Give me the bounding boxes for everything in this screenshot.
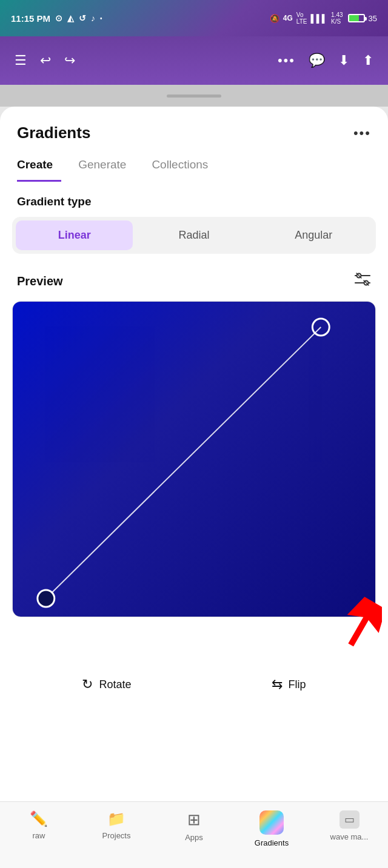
rotate-icon: ↻ bbox=[82, 677, 93, 692]
redo-icon[interactable]: ↪ bbox=[64, 53, 75, 68]
draw-icon: ✏️ bbox=[30, 810, 48, 827]
nav-label-apps: Apps bbox=[185, 833, 203, 842]
nav-item-apps[interactable]: ⊞ Apps bbox=[155, 810, 233, 842]
projects-icon: 📁 bbox=[107, 810, 125, 827]
status-bar: 11:15 PM ⊙ ◭ ↺ ♪ • 🔕 4G VoLTE ▌▌▌ 1.43K/… bbox=[0, 0, 388, 36]
flip-label: Flip bbox=[289, 678, 306, 691]
location-icon: ◭ bbox=[67, 13, 74, 23]
svg-point-7 bbox=[38, 590, 55, 607]
nav-label-projects: Projects bbox=[102, 831, 131, 840]
chat-icon[interactable]: 💬 bbox=[309, 53, 325, 68]
rotate-label: Rotate bbox=[99, 678, 131, 691]
content-wrapper bbox=[0, 301, 388, 617]
main-panel: Gradients ••• Create Generate Collection… bbox=[0, 107, 388, 868]
drag-handle-bar bbox=[167, 94, 221, 98]
sync-icon: ↺ bbox=[79, 13, 86, 23]
rotate-button[interactable]: ↻ Rotate bbox=[82, 677, 131, 692]
gradient-type-selector: Linear Radial Angular bbox=[12, 217, 376, 254]
toolbar-left-actions: ☰ ↩ ↪ bbox=[15, 53, 75, 68]
nav-label-wave: wave ma... bbox=[330, 832, 369, 841]
apps-icon: ⊞ bbox=[187, 810, 201, 829]
nav-item-wave[interactable]: ▭ wave ma... bbox=[310, 810, 388, 841]
gradient-line-svg bbox=[13, 302, 375, 617]
time-text: 11:15 PM bbox=[11, 13, 50, 24]
battery-icon bbox=[348, 14, 365, 22]
flip-button[interactable]: ⇆ Flip bbox=[272, 677, 306, 692]
battery-percent: 35 bbox=[369, 14, 377, 23]
panel-more-icon[interactable]: ••• bbox=[353, 125, 371, 141]
panel-header: Gradients ••• bbox=[0, 107, 388, 142]
toolbar: ☰ ↩ ↪ ••• 💬 ⬇ ⬆ bbox=[0, 36, 388, 85]
panel-title: Gradients bbox=[17, 124, 90, 142]
preview-header: Preview bbox=[0, 266, 388, 301]
gradients-nav-icon bbox=[259, 810, 284, 835]
undo-icon[interactable]: ↩ bbox=[40, 53, 51, 68]
menu-icon[interactable]: ☰ bbox=[15, 53, 27, 68]
toolbar-right-actions: ••• 💬 ⬇ ⬆ bbox=[278, 53, 373, 68]
action-row: ↻ Rotate ⇆ Flip bbox=[0, 660, 388, 704]
type-linear-button[interactable]: Linear bbox=[16, 220, 133, 250]
tab-generate[interactable]: Generate bbox=[78, 153, 135, 182]
dot-icon: • bbox=[100, 15, 102, 22]
sliders-icon[interactable] bbox=[354, 271, 371, 291]
preview-label: Preview bbox=[17, 274, 63, 288]
signal-bars: ▌▌▌ bbox=[310, 14, 327, 23]
svg-point-8 bbox=[312, 319, 329, 336]
gradient-canvas bbox=[13, 302, 375, 617]
download-icon[interactable]: ⬇ bbox=[338, 53, 349, 68]
preview-container[interactable] bbox=[12, 301, 376, 617]
nav-label-gradients: Gradients bbox=[255, 838, 289, 847]
status-time: 11:15 PM ⊙ ◭ ↺ ♪ • bbox=[11, 13, 102, 24]
svg-line-6 bbox=[46, 327, 321, 598]
tab-create[interactable]: Create bbox=[17, 153, 61, 182]
flip-icon: ⇆ bbox=[272, 677, 283, 692]
status-indicators: 🔕 4G VoLTE ▌▌▌ 1.43K/S 35 bbox=[270, 12, 377, 25]
nav-label-draw: raw bbox=[33, 831, 45, 840]
mute-icon: 🔕 bbox=[270, 14, 279, 23]
nav-item-projects[interactable]: 📁 Projects bbox=[78, 810, 155, 840]
more-options-icon[interactable]: ••• bbox=[278, 53, 295, 68]
wave-icon: ▭ bbox=[340, 810, 360, 829]
nav-item-draw[interactable]: ✏️ raw bbox=[0, 810, 78, 840]
speed-indicator: 1.43K/S bbox=[331, 12, 343, 25]
tiktok-icon: ♪ bbox=[91, 13, 95, 23]
type-angular-button[interactable]: Angular bbox=[255, 220, 372, 250]
type-radial-button[interactable]: Radial bbox=[135, 220, 252, 250]
bottom-nav: ✏️ raw 📁 Projects ⊞ Apps Gradients ▭ wav… bbox=[0, 801, 388, 868]
nav-item-gradients[interactable]: Gradients bbox=[233, 810, 310, 847]
gradient-type-label: Gradient type bbox=[0, 182, 388, 217]
tab-collections[interactable]: Collections bbox=[152, 153, 216, 182]
signal-4g: 4G bbox=[283, 14, 293, 22]
signal-volte: VoLTE bbox=[296, 12, 307, 25]
media-icon: ⊙ bbox=[55, 13, 62, 23]
tabs-container: Create Generate Collections bbox=[0, 142, 388, 182]
share-icon[interactable]: ⬆ bbox=[363, 53, 373, 68]
drag-handle-area bbox=[0, 85, 388, 107]
